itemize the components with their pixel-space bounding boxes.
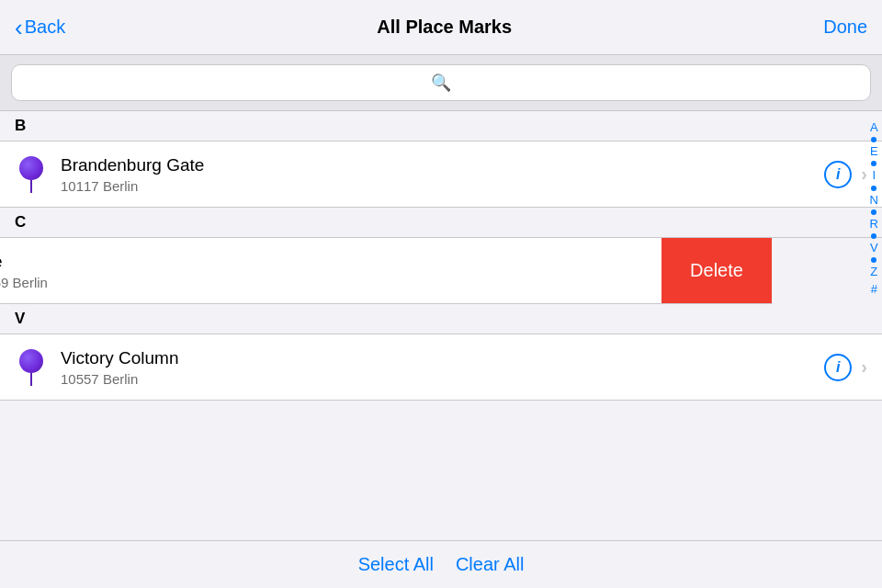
- alpha-I[interactable]: I: [872, 167, 876, 184]
- clear-all-button[interactable]: Clear All: [456, 554, 524, 575]
- item-name-victory: Victory Column: [61, 347, 824, 370]
- back-button[interactable]: ‹ Back: [15, 16, 65, 40]
- section-header-b: B: [0, 111, 882, 141]
- chevron-right-icon: ›: [861, 164, 867, 185]
- list-item-brandenburg[interactable]: Brandenburg Gate 10117 Berlin i ›: [0, 141, 882, 208]
- alpha-E[interactable]: E: [870, 143, 878, 160]
- item-actions-Brandenburg: i ›: [824, 161, 867, 188]
- delete-button[interactable]: Delete: [662, 238, 772, 303]
- alpha-dot-3: [871, 186, 876, 191]
- pin-ball-victory: [19, 349, 43, 373]
- chevron-left-icon: ‹: [15, 16, 23, 40]
- alpha-Z[interactable]: Z: [870, 264, 877, 280]
- pin-icon-victory: [15, 347, 48, 388]
- section-header-c: C: [0, 208, 882, 238]
- list-item-charlie[interactable]: point Charlie straße 45, 10969 Berlin i …: [0, 238, 772, 304]
- back-label: Back: [25, 17, 65, 38]
- item-address-charlie: straße 45, 10969 Berlin: [0, 275, 714, 290]
- chevron-right-icon-victory: ›: [861, 356, 867, 378]
- alpha-dot-1: [871, 137, 876, 142]
- page-title: All Place Marks: [65, 17, 823, 38]
- item-text-Brandenburg: Brandenburg Gate 10117 Berlin: [61, 154, 824, 195]
- bottom-toolbar: Select All Clear All: [0, 540, 882, 588]
- place-marks-list: B Brandenburg Gate 10117 Berlin i › C po…: [0, 111, 882, 401]
- pin-icon-Brandenburg: [15, 154, 48, 195]
- pin-ball: [19, 156, 43, 180]
- item-name: Brandenburg Gate: [61, 154, 824, 177]
- alpha-R[interactable]: R: [870, 216, 878, 232]
- pin-needle-victory: [30, 373, 32, 386]
- item-text-charlie: point Charlie straße 45, 10969 Berlin: [0, 251, 714, 291]
- alpha-N[interactable]: N: [870, 192, 878, 209]
- section-header-v: V: [0, 304, 882, 334]
- item-text-victory: Victory Column 10557 Berlin: [61, 347, 824, 388]
- alpha-dot-6: [871, 257, 876, 263]
- item-address: 10117 Berlin: [61, 178, 824, 194]
- done-button[interactable]: Done: [823, 17, 867, 38]
- alpha-hash[interactable]: #: [871, 281, 877, 298]
- select-all-button[interactable]: Select All: [358, 554, 434, 575]
- alpha-dot-4: [871, 209, 876, 215]
- search-bar[interactable]: 🔍: [11, 64, 871, 101]
- item-address-victory: 10557 Berlin: [61, 371, 824, 387]
- info-button-Brandenburg[interactable]: i: [824, 161, 852, 188]
- alphabet-index: A E I N R V Z #: [870, 119, 878, 299]
- alpha-dot-5: [871, 233, 876, 239]
- list-item-victory[interactable]: Victory Column 10557 Berlin i ›: [0, 334, 882, 401]
- navigation-header: ‹ Back All Place Marks Done: [0, 0, 882, 55]
- search-icon: 🔍: [431, 73, 451, 93]
- item-actions-victory: i ›: [824, 354, 867, 381]
- search-bar-container: 🔍: [0, 55, 882, 111]
- info-button-victory[interactable]: i: [824, 354, 852, 381]
- pin-needle: [30, 180, 32, 193]
- item-name-charlie: point Charlie: [0, 251, 714, 274]
- alpha-V[interactable]: V: [870, 240, 878, 256]
- alpha-dot-2: [871, 161, 876, 166]
- alpha-A[interactable]: A: [870, 119, 878, 136]
